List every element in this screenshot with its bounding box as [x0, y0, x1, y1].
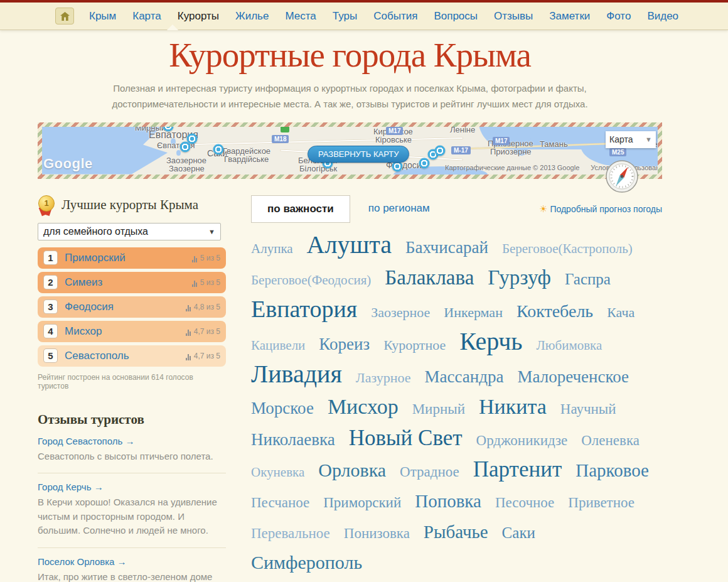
road-badge: M25 [609, 148, 626, 156]
resort-link[interactable]: Севастополь [65, 350, 129, 362]
resort-tag-link[interactable]: Партенит [473, 457, 562, 482]
nav-item[interactable]: Крым [89, 10, 116, 23]
map-marker-icon[interactable] [435, 145, 446, 156]
resort-tag-link[interactable]: Николаевка [251, 430, 335, 449]
nav-item[interactable]: События [373, 10, 417, 23]
map-marker-icon[interactable] [392, 161, 403, 171]
map-place-label: Тамань [540, 139, 568, 149]
resort-rank-row[interactable]: 1 Приморский 5 из 5 [38, 247, 226, 269]
resort-tag-link[interactable]: Массандра [425, 367, 504, 386]
map-marker-icon[interactable] [419, 158, 430, 168]
resort-tag-link[interactable]: Окуневка [251, 465, 304, 480]
resort-tag-link[interactable]: Приветное [568, 495, 634, 510]
resort-tag-link[interactable]: Орджоникидзе [476, 433, 568, 448]
resort-link[interactable]: Феодосия [65, 301, 114, 313]
resort-tag-link[interactable]: Евпатория [251, 296, 357, 322]
road-badge: M18 [272, 135, 289, 143]
resort-tag-link[interactable]: Заозерное [371, 304, 430, 320]
road-badge [281, 127, 289, 132]
resort-ranking-list: 1 Приморский 5 из 5 2 Симеиз 5 из 5 [38, 247, 226, 367]
map-place-label: Гвардійське [224, 154, 269, 164]
map-marker-icon[interactable] [213, 144, 224, 154]
resort-tag-link[interactable]: Алупка [251, 241, 293, 256]
nav-item[interactable]: Жилье [235, 10, 269, 23]
resort-tag-link[interactable]: Мисхор [328, 395, 399, 418]
resort-rank-row[interactable]: 5 Севастополь 4,7 из 5 [38, 345, 226, 367]
resort-tag-link[interactable]: Кореиз [319, 335, 370, 353]
review-place-link[interactable]: Город Севастополь → [38, 436, 226, 446]
resort-tag-link[interactable]: Песчаное [251, 495, 309, 510]
resort-rank-row[interactable]: 2 Симеиз 5 из 5 [38, 272, 226, 293]
resort-link[interactable]: Приморский [65, 252, 126, 264]
resort-tag-link[interactable]: Алушта [307, 230, 392, 259]
review-item: Город Севастополь → Севастополь с высоты… [38, 428, 226, 474]
resort-tag-link[interactable]: Кача [607, 304, 634, 320]
resort-tag-link[interactable]: Песочное [495, 495, 554, 510]
resort-tag-link[interactable]: Гурзуф [488, 266, 551, 289]
resort-tag-link[interactable]: Балаклава [385, 266, 474, 289]
resort-tag-link[interactable]: Научный [560, 401, 616, 417]
resort-tag-link[interactable]: Парковое [575, 460, 649, 480]
nav-item[interactable]: Вопросы [434, 10, 478, 23]
resort-tag-link[interactable]: Инкерман [444, 304, 503, 320]
resort-filter-select[interactable]: для семейного отдыха ▼ [38, 223, 221, 240]
resort-rank-row[interactable]: 3 Феодосия 4,8 из 5 [38, 296, 226, 318]
nav-item[interactable]: Фото [606, 10, 631, 23]
resort-tag-link[interactable]: Симферополь [251, 552, 362, 573]
nav-item[interactable]: Отзывы [494, 10, 533, 23]
resort-tag-link[interactable]: Гаспра [565, 271, 611, 288]
resort-tag-link[interactable]: Понизовка [344, 525, 410, 541]
resort-tag-link[interactable]: Курортное [383, 337, 446, 353]
tab-by-importance[interactable]: по важности [251, 195, 350, 223]
tab-by-region[interactable]: по регионам [353, 195, 446, 223]
resort-link[interactable]: Мисхор [65, 325, 102, 338]
nav-item[interactable]: Заметки [549, 10, 590, 23]
map-marker-icon[interactable] [180, 141, 191, 152]
resort-tag-link[interactable]: Кацивели [251, 338, 305, 353]
resort-tag-link[interactable]: Отрадное [400, 464, 459, 480]
content-columns: 1 Лучшие курорты Крыма для семейного отд… [38, 195, 662, 582]
resort-tag-link[interactable]: Береговое(Феодосия) [251, 272, 371, 288]
resort-tag-link[interactable]: Мирный [412, 401, 465, 417]
review-place-link[interactable]: Город Керчь → [38, 482, 226, 492]
nav-item[interactable]: Видео [647, 10, 678, 23]
resort-tag-link[interactable]: Керчь [459, 327, 522, 355]
resort-tag-link[interactable]: Новый Свет [349, 426, 463, 450]
resort-tag-link[interactable]: Приморский [323, 495, 401, 510]
map-type-select[interactable]: Карта ▼ [606, 131, 656, 148]
rating-bars-icon [186, 354, 191, 360]
chevron-down-icon: ▼ [208, 228, 215, 235]
nav-item[interactable]: Курорты [178, 10, 219, 23]
resort-tag-link[interactable]: Перевальное [251, 525, 330, 541]
review-text: Итак, про житие в светло-зеленом доме (п… [38, 570, 226, 582]
resort-tag-link[interactable]: Береговое(Кастрополь) [502, 241, 633, 256]
rank-number: 2 [43, 275, 58, 289]
resort-tag-link[interactable]: Бахчисарай [405, 238, 488, 257]
resort-tag-link[interactable]: Малореченское [518, 367, 629, 386]
resort-link[interactable]: Симеиз [65, 276, 102, 289]
resort-rank-row[interactable]: 4 Мисхор 4,7 из 5 [38, 321, 226, 342]
expand-map-button[interactable]: РАЗВЕРНУТЬ КАРТУ [308, 146, 409, 163]
resort-tag-link[interactable]: Симеиз [251, 579, 321, 582]
review-place-link[interactable]: Поселок Орловка → [38, 556, 226, 567]
resort-tag-link[interactable]: Ливадия [251, 360, 342, 388]
resort-tag-link[interactable]: Никита [479, 395, 547, 418]
resort-tag-link[interactable]: Любимовка [537, 338, 602, 353]
resort-tag-link[interactable]: Рыбачье [424, 522, 488, 542]
nav-item[interactable]: Карта [132, 10, 161, 23]
resort-tag-link[interactable]: Лазурное [356, 370, 411, 385]
nav-item[interactable]: Туры [333, 10, 357, 23]
resort-tag-link[interactable]: Саки [502, 524, 535, 541]
resort-tag-link[interactable]: Коктебель [517, 301, 593, 321]
home-button[interactable] [55, 8, 74, 24]
resort-rating: 4,7 из 5 [186, 327, 220, 336]
weather-forecast-link[interactable]: ☀Подробный прогноз погоды [539, 203, 662, 215]
nav-item[interactable]: Места [285, 10, 316, 23]
resort-tag-link[interactable]: Морское [251, 399, 314, 418]
map-canvas[interactable]: Мирный Евпатория Євпаторія Саки Заозерно… [42, 127, 658, 175]
chevron-down-icon: ▼ [645, 136, 652, 143]
review-text: В Керчи хорошо! Оказался на удивление чи… [38, 495, 226, 538]
resort-tag-link[interactable]: Орловка [318, 460, 386, 480]
resort-tag-link[interactable]: Поповка [415, 491, 481, 511]
resort-tag-link[interactable]: Оленевка [581, 433, 640, 448]
